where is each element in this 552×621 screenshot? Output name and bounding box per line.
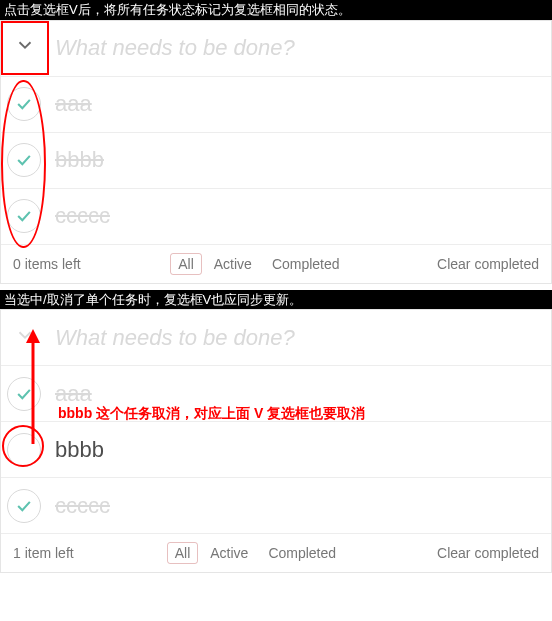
todo-label: bbbb (55, 437, 104, 463)
clear-completed-button[interactable]: Clear completed (437, 256, 539, 272)
filter-active[interactable]: Active (206, 253, 260, 275)
chevron-down-icon (14, 324, 36, 352)
annotation-note: bbbb 这个任务取消，对应上面 V 复选框也要取消 (58, 405, 365, 423)
todo-checkbox[interactable] (7, 377, 41, 411)
filter-group: All Active Completed (167, 542, 344, 564)
todo-checkbox[interactable] (7, 489, 41, 523)
todo-label: aaa (55, 381, 92, 407)
filter-active[interactable]: Active (202, 542, 256, 564)
todo-checkbox[interactable] (7, 199, 41, 233)
filter-all[interactable]: All (170, 253, 202, 275)
count-label: 0 items left (13, 256, 81, 272)
todo-label: aaa (55, 91, 92, 117)
todo-list: aaa bbbb ccccc (1, 366, 551, 534)
todo-label: ccccc (55, 203, 110, 229)
footer: 0 items left All Active Completed Clear … (1, 245, 551, 283)
list-item: bbbb (1, 422, 551, 478)
new-todo-input[interactable] (49, 29, 551, 67)
list-item: ccccc (1, 189, 551, 245)
todo-app-2: aaa bbbb ccccc 1 item left All Active Co… (0, 309, 552, 573)
todo-checkbox[interactable] (7, 433, 41, 467)
caption-top: 点击复选框V后，将所有任务状态标记为复选框相同的状态。 (0, 0, 552, 20)
list-item: aaa (1, 77, 551, 133)
list-item: bbbb (1, 133, 551, 189)
toggle-all-button[interactable] (1, 324, 49, 352)
todo-checkbox[interactable] (7, 143, 41, 177)
todo-label: ccccc (55, 493, 110, 519)
todo-list: aaa bbbb ccccc (1, 77, 551, 245)
header-row (1, 21, 551, 77)
new-todo-input[interactable] (49, 319, 551, 357)
list-item: ccccc (1, 478, 551, 534)
filter-completed[interactable]: Completed (264, 253, 348, 275)
todo-app-1: aaa bbbb ccccc 0 items left All Active C… (0, 20, 552, 284)
filter-completed[interactable]: Completed (260, 542, 344, 564)
todo-label: bbbb (55, 147, 104, 173)
clear-completed-button[interactable]: Clear completed (437, 545, 539, 561)
todo-checkbox[interactable] (7, 87, 41, 121)
filter-group: All Active Completed (170, 253, 347, 275)
filter-all[interactable]: All (167, 542, 199, 564)
chevron-down-icon (14, 34, 36, 62)
count-label: 1 item left (13, 545, 74, 561)
footer: 1 item left All Active Completed Clear c… (1, 534, 551, 572)
toggle-all-button[interactable] (1, 34, 49, 62)
caption-bottom: 当选中/取消了单个任务时，复选框V也应同步更新。 (0, 290, 552, 310)
header-row (1, 310, 551, 366)
